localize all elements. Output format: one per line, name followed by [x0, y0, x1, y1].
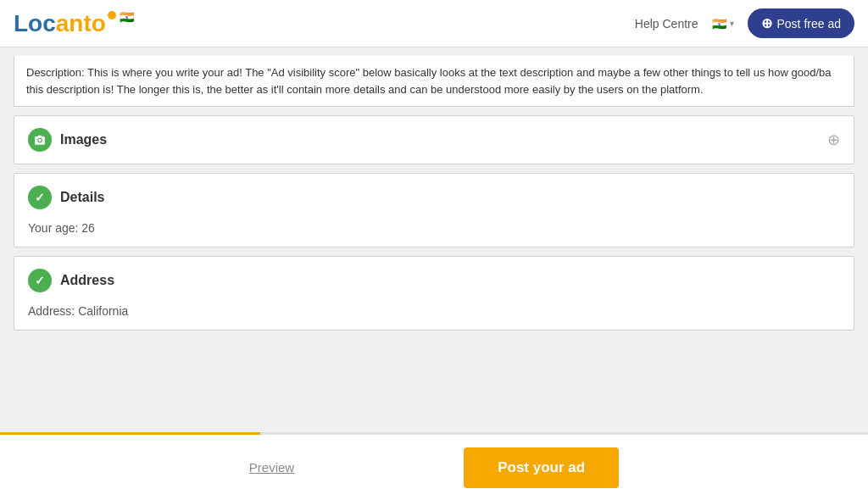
logo[interactable]: Locanto🇮🇳 — [14, 10, 134, 37]
expand-icon: ⊕ — [827, 131, 840, 149]
main-content: Description: This is where you write you… — [0, 47, 868, 432]
details-title: Details — [60, 190, 104, 205]
header: Locanto🇮🇳 Help Centre 🇮🇳 ▾ ⊕ Post free a… — [0, 0, 868, 47]
flag-emoji: 🇮🇳 — [712, 17, 726, 31]
images-section[interactable]: Images ⊕ — [14, 115, 854, 164]
post-free-label: Post free ad — [777, 17, 842, 31]
post-free-ad-button[interactable]: ⊕ Post free ad — [748, 8, 855, 38]
logo-dot — [108, 11, 116, 19]
address-body: Address: California — [14, 304, 854, 330]
post-ad-button[interactable]: Post your ad — [464, 447, 619, 488]
details-section-header: ✓ Details — [14, 174, 854, 221]
address-value: Address: California — [28, 304, 128, 318]
check-icon-address: ✓ — [28, 269, 52, 292]
scroll-area: Description: This is where you write you… — [0, 47, 868, 347]
logo-text-loc: Loc — [14, 10, 56, 37]
description-notice: Description: This is where you write you… — [14, 56, 854, 107]
details-body: Your age: 26 — [14, 221, 854, 247]
chevron-down-icon: ▾ — [730, 19, 734, 28]
address-title: Address — [60, 273, 114, 288]
address-section[interactable]: ✓ Address Address: California — [14, 256, 854, 331]
flag-selector[interactable]: 🇮🇳 ▾ — [712, 17, 734, 31]
logo-text-anto: anto — [56, 10, 106, 37]
preview-button[interactable]: Preview — [249, 460, 294, 475]
details-age: Your age: 26 — [28, 221, 95, 235]
camera-icon — [28, 128, 52, 152]
images-section-header: Images ⊕ — [14, 116, 854, 164]
help-centre-link[interactable]: Help Centre — [635, 17, 698, 31]
bottom-bar: Preview Post your ad — [0, 432, 868, 500]
header-right: Help Centre 🇮🇳 ▾ ⊕ Post free ad — [635, 8, 854, 38]
check-icon-details: ✓ — [28, 186, 52, 209]
plus-icon: ⊕ — [761, 15, 772, 31]
details-section[interactable]: ✓ Details Your age: 26 — [14, 173, 854, 247]
logo-flag: 🇮🇳 — [120, 10, 134, 24]
description-text: Description: This is where you write you… — [26, 66, 832, 96]
images-title: Images — [60, 132, 107, 147]
address-section-header: ✓ Address — [14, 257, 854, 304]
